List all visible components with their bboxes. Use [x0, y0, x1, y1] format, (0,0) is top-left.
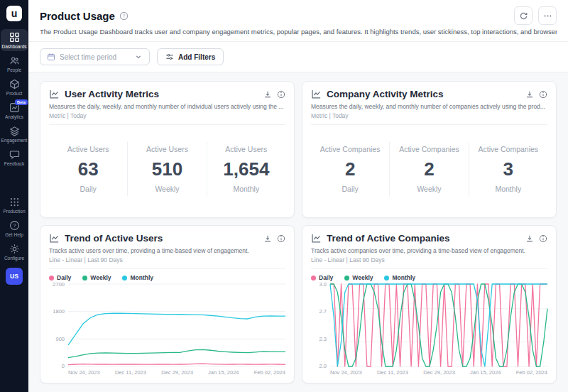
- legend-item-weekly[interactable]: Weekly: [82, 274, 111, 281]
- metric-value: 63: [49, 160, 127, 178]
- legend-item-daily[interactable]: Daily: [311, 274, 333, 281]
- user-avatar[interactable]: US: [6, 268, 23, 285]
- legend-item-monthly[interactable]: Monthly: [384, 274, 415, 281]
- card-title: Company Activity Metrics: [327, 89, 520, 99]
- monthly-dot-icon: [384, 276, 389, 281]
- weekly-dot-icon: [344, 276, 349, 281]
- dashboards-icon: [9, 32, 20, 43]
- trend-companies-chart[interactable]: 3.02.72.32.0 Nov 24, 2023Dec 11, 2023Dec…: [311, 284, 547, 376]
- sidebar-item-production[interactable]: Production: [1, 194, 28, 216]
- card-description: Tracks active users over time, providing…: [49, 247, 285, 254]
- engagement-icon: [9, 126, 20, 136]
- sidebar-item-label: Configure: [4, 256, 24, 261]
- legend-label: Monthly: [130, 274, 153, 281]
- legend-label: Daily: [57, 274, 71, 281]
- download-icon[interactable]: [525, 90, 534, 99]
- chart-icon: [311, 233, 322, 244]
- card-company-activity-metrics: Company Activity Metrics Measures the da…: [302, 81, 557, 218]
- info-icon[interactable]: [277, 234, 285, 243]
- chart-icon: [49, 233, 60, 244]
- trend-users-chart[interactable]: 270018009000 Nov 24, 2023Dec 11, 2023Dec…: [49, 284, 285, 376]
- card-trend-active-users: Trend of Active Users Tracks active user…: [40, 225, 295, 383]
- card-user-activity-metrics: User Activity Metrics Measures the daily…: [40, 81, 295, 218]
- metric-period: Monthly: [207, 185, 285, 193]
- refresh-button[interactable]: [514, 6, 532, 25]
- card-meta: Metric | Today: [311, 112, 547, 125]
- info-icon[interactable]: [539, 234, 547, 243]
- metric-period: Monthly: [469, 185, 547, 193]
- ellipsis-icon: [543, 11, 552, 21]
- legend-label: Monthly: [392, 274, 415, 281]
- legend-item-daily[interactable]: Daily: [49, 274, 71, 281]
- metric-value: 3: [469, 160, 547, 178]
- avatar-initials: US: [10, 273, 18, 280]
- card-description: Measures the daily, weekly, and monthly …: [49, 103, 285, 110]
- calendar-icon: [47, 53, 55, 61]
- legend-item-monthly[interactable]: Monthly: [122, 274, 153, 281]
- page-header: Product Usage ?: [28, 0, 568, 42]
- add-filters-label: Add Filters: [178, 53, 215, 61]
- plot-area: [330, 284, 547, 366]
- beta-badge: Beta: [15, 99, 28, 105]
- metric-label: Active Companies: [390, 145, 468, 153]
- legend-label: Weekly: [352, 274, 373, 281]
- daily-dot-icon: [49, 276, 54, 281]
- legend-label: Weekly: [90, 274, 111, 281]
- sidebar-item-people[interactable]: People: [1, 53, 28, 75]
- metric-label: Active Companies: [469, 145, 547, 153]
- sidebar-item-label: People: [7, 67, 21, 72]
- metric-label: Active Users: [49, 145, 127, 153]
- metric-period: Weekly: [390, 185, 468, 193]
- sidebar-item-configure[interactable]: Configure: [1, 241, 28, 263]
- chart-legend: Daily Weekly Monthly: [311, 274, 547, 281]
- svg-text:?: ?: [122, 13, 125, 18]
- sidebar: u Dashboards People Product Beta Analyt: [0, 0, 28, 392]
- refresh-icon: [519, 11, 528, 21]
- metric-value: 1,654: [207, 160, 285, 178]
- title-help-icon[interactable]: ?: [119, 11, 129, 21]
- filter-bar: Select time period Add Filters: [28, 42, 568, 72]
- metric-daily: Active Companies 2 Daily: [311, 142, 389, 196]
- metrics-row: Active Companies 2 Daily Active Companie…: [311, 128, 547, 210]
- chart-icon: [311, 89, 322, 99]
- page-title: Product Usage: [40, 10, 115, 22]
- card-description: Measures the daily, weekly, and monthly …: [311, 103, 547, 110]
- time-period-select[interactable]: Select time period: [40, 48, 150, 65]
- sidebar-item-dashboards[interactable]: Dashboards: [1, 29, 28, 51]
- sidebar-item-engagement[interactable]: Engagement: [1, 123, 28, 145]
- more-options-button[interactable]: [538, 6, 557, 25]
- time-period-placeholder: Select time period: [60, 53, 130, 61]
- chevron-down-icon: [134, 53, 143, 61]
- download-icon[interactable]: [263, 234, 272, 243]
- weekly-dot-icon: [82, 276, 87, 281]
- metric-monthly: Active Companies 3 Monthly: [469, 142, 547, 196]
- metric-label: Active Users: [128, 145, 206, 153]
- metric-weekly: Active Users 510 Weekly: [127, 142, 206, 196]
- product-icon: [9, 79, 20, 89]
- help-icon: ?: [9, 220, 20, 231]
- legend-item-weekly[interactable]: Weekly: [344, 274, 373, 281]
- card-title: Trend of Active Companies: [327, 233, 520, 244]
- metric-period: Weekly: [128, 185, 206, 193]
- sidebar-item-label: Dashboards: [1, 44, 26, 49]
- metric-value: 2: [311, 160, 389, 178]
- production-icon: [9, 197, 20, 207]
- info-icon[interactable]: [277, 90, 285, 99]
- chart-legend: Daily Weekly Monthly: [49, 274, 285, 281]
- sidebar-item-analytics[interactable]: Beta Analytics: [1, 99, 28, 121]
- sidebar-item-get-help[interactable]: ? Get Help: [1, 217, 28, 239]
- card-meta: Line - Linear | Last 90 Days: [49, 256, 285, 269]
- metric-value: 510: [128, 160, 206, 178]
- gear-icon: [9, 244, 20, 254]
- daily-dot-icon: [311, 276, 316, 281]
- download-icon[interactable]: [525, 234, 534, 243]
- add-filters-button[interactable]: Add Filters: [157, 48, 224, 65]
- sidebar-item-label: Production: [3, 209, 25, 214]
- chart-icon: [49, 89, 60, 99]
- app-logo[interactable]: u: [6, 6, 22, 21]
- sidebar-item-product[interactable]: Product: [1, 76, 28, 98]
- sidebar-item-feedback[interactable]: Feedback: [1, 146, 28, 168]
- info-icon[interactable]: [539, 90, 547, 99]
- download-icon[interactable]: [263, 90, 272, 99]
- card-trend-active-companies: Trend of Active Companies Tracks active …: [302, 225, 557, 383]
